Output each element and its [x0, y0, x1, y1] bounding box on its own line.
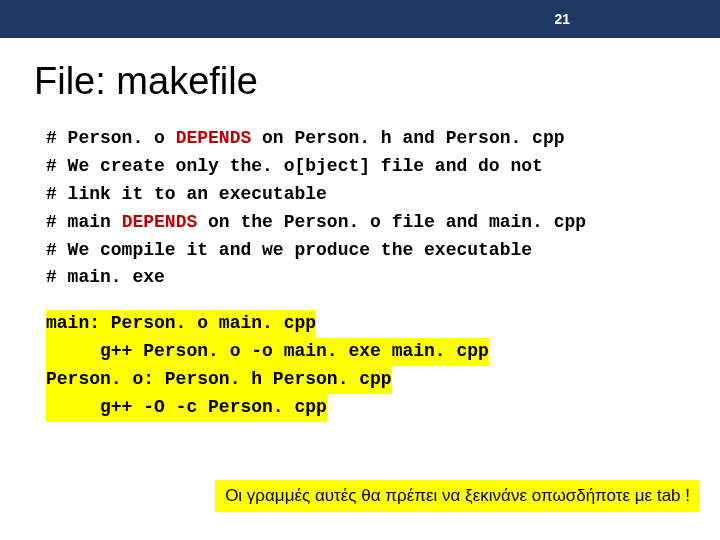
make-command: g++ Person. o -o main. exe main. cpp	[46, 338, 720, 366]
comment-line: # We compile it and we produce the execu…	[46, 237, 720, 265]
make-target: Person. o: Person. h Person. cpp	[46, 366, 720, 394]
slide-title: File: makefile	[34, 60, 720, 103]
header-bar: 21	[0, 0, 720, 38]
comment-line: # main DEPENDS on the Person. o file and…	[46, 209, 720, 237]
comment-line: # link it to an executable	[46, 181, 720, 209]
make-command: g++ -O -c Person. cpp	[46, 394, 720, 422]
make-target: main: Person. o main. cpp	[46, 310, 720, 338]
makefile-code: # Person. o DEPENDS on Person. h and Per…	[46, 125, 720, 422]
comment-line: # We create only the. o[bject] file and …	[46, 153, 720, 181]
footer-note: Οι γραμμές αυτές θα πρέπει να ξεκινάνε ο…	[215, 480, 700, 512]
keyword-depends: DEPENDS	[176, 128, 252, 148]
keyword-depends: DEPENDS	[122, 212, 198, 232]
page-number: 21	[554, 11, 570, 27]
comment-line: # main. exe	[46, 264, 720, 292]
comment-line: # Person. o DEPENDS on Person. h and Per…	[46, 125, 720, 153]
